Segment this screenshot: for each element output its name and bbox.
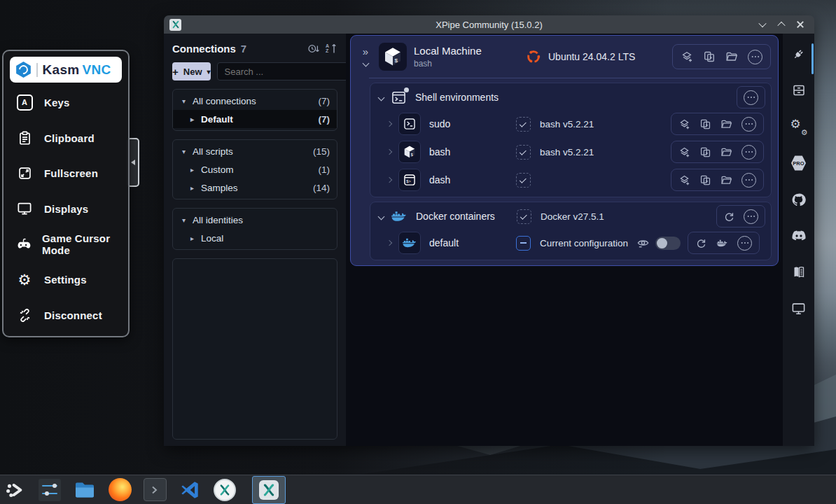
more-options-icon[interactable] <box>748 50 762 64</box>
taskbar-vscode[interactable] <box>178 478 202 502</box>
more-options-icon[interactable] <box>737 236 752 251</box>
expand-chevron-icon[interactable] <box>386 177 392 183</box>
shell-row-dash[interactable]: $> dash <box>370 166 771 194</box>
discord-icon[interactable] <box>791 228 807 244</box>
run-script-icon[interactable] <box>699 118 711 130</box>
local-machine-row[interactable]: » $ Local Machine bash <box>351 36 778 78</box>
enabled-checkbox[interactable] <box>516 145 531 160</box>
local-machine-text: Local Machine bash <box>414 45 526 69</box>
sort-alpha-icon[interactable]: AZ <box>326 43 337 54</box>
expand-chevron-icon[interactable] <box>386 240 392 246</box>
shell-environments-icon <box>391 90 407 106</box>
menu-label: Displays <box>44 203 88 215</box>
maximize-button[interactable] <box>774 18 788 31</box>
taskbar-terminal[interactable] <box>143 478 167 502</box>
taskbar-settings-sliders[interactable] <box>38 478 62 502</box>
file-browser-drawer-icon[interactable] <box>791 83 807 98</box>
docker-row-default[interactable]: default Current configuration <box>370 229 771 257</box>
taskbar-app-launcher[interactable] <box>3 478 27 502</box>
menu-item-keys[interactable]: A Keys <box>4 90 128 114</box>
menu-item-settings[interactable]: ⚙ Settings <box>4 268 128 292</box>
docker-containers-row[interactable]: Docker containers Docker v27.5.1 <box>370 204 771 229</box>
menu-item-game-cursor-mode[interactable]: Game Cursor Mode <box>4 232 128 256</box>
partial-checkbox[interactable] <box>516 236 531 251</box>
enabled-checkbox[interactable] <box>516 117 531 132</box>
more-options-icon[interactable] <box>741 145 756 160</box>
show-hidden-eye-icon[interactable] <box>636 237 650 248</box>
enabled-checkbox[interactable] <box>516 173 531 188</box>
shell-environments-row[interactable]: Shell environments <box>370 85 771 110</box>
category-default[interactable]: ▸ Default (7) <box>173 110 337 128</box>
collapse-chevron-icon[interactable] <box>378 213 385 220</box>
category-local[interactable]: ▸ Local <box>173 229 337 247</box>
run-script-icon[interactable] <box>699 146 711 158</box>
more-options-icon[interactable] <box>741 117 756 132</box>
layers-add-icon[interactable] <box>678 118 690 130</box>
menu-item-clipboard[interactable]: Clipboard <box>4 126 128 150</box>
new-connection-button[interactable]: + New ▾ <box>172 62 211 80</box>
file-browser-icon[interactable] <box>720 174 732 186</box>
refresh-icon[interactable] <box>695 237 707 249</box>
category-all-connections[interactable]: ▾ All connections (7) <box>173 92 337 110</box>
close-button[interactable] <box>793 18 807 31</box>
group-actions <box>737 86 765 108</box>
taskbar-xpipe-desktop[interactable] <box>213 478 237 502</box>
pro-badge-icon[interactable]: PRO <box>791 155 807 171</box>
search-box[interactable] <box>217 62 365 80</box>
collapse-chevron-icon[interactable] <box>362 59 369 66</box>
sudo-terminal-icon <box>398 113 421 135</box>
collapse-chevron-icon[interactable] <box>378 94 385 101</box>
expand-chevron-icon[interactable] <box>386 149 392 155</box>
shell-row-sudo[interactable]: sudo bash v5.2.21 <box>370 110 771 138</box>
run-script-icon[interactable] <box>703 50 716 63</box>
layers-add-icon[interactable] <box>678 146 690 158</box>
taskbar-xpipe-active[interactable] <box>252 476 286 504</box>
logo-text-vnc: VNC <box>82 62 111 78</box>
chevron-up-icon <box>777 22 785 29</box>
ubuntu-logo-icon <box>526 49 541 64</box>
docker-action-icon[interactable] <box>716 237 728 249</box>
search-input[interactable] <box>223 66 349 78</box>
more-options-icon[interactable] <box>744 209 758 224</box>
category-count: (7) <box>319 96 330 106</box>
file-browser-icon[interactable] <box>725 50 738 63</box>
enabled-checkbox[interactable] <box>517 209 531 224</box>
taskbar-firefox[interactable] <box>108 478 132 502</box>
running-only-toggle[interactable] <box>655 237 681 250</box>
connection-shell: bash <box>414 59 526 69</box>
refresh-icon[interactable] <box>723 211 735 223</box>
github-icon[interactable] <box>791 192 807 207</box>
shell-environments-group: Shell environments su <box>370 83 772 197</box>
layers-add-icon[interactable] <box>681 50 693 63</box>
layers-add-icon[interactable] <box>678 174 690 186</box>
documentation-book-icon[interactable] <box>791 265 807 280</box>
menu-item-displays[interactable]: Displays <box>4 197 128 220</box>
run-script-icon[interactable] <box>699 174 711 186</box>
menu-label: Disconnect <box>44 309 102 321</box>
category-all-identities[interactable]: ▾ All identities <box>173 211 337 229</box>
category-samples[interactable]: ▸ Samples (14) <box>173 178 337 197</box>
collapsed-arrow-icon: ▸ <box>190 115 201 123</box>
more-options-icon[interactable] <box>741 173 756 188</box>
minimize-button[interactable] <box>755 18 769 31</box>
connections-hub-icon[interactable] <box>791 46 807 62</box>
expand-chevron-icon[interactable] <box>386 121 392 127</box>
sort-by-date-icon[interactable] <box>307 43 320 55</box>
window-titlebar[interactable]: XPipe Community (15.0.2) <box>164 15 814 34</box>
shell-row-bash[interactable]: $ bash bash v5.2.21 <box>370 138 771 166</box>
settings-gears-icon[interactable]: ⚙⚙ <box>791 119 807 134</box>
connections-toolbar: + New ▾ <box>172 62 337 80</box>
more-options-icon[interactable] <box>744 90 758 105</box>
menu-item-disconnect[interactable]: Disconnect <box>4 304 128 328</box>
taskbar-file-manager[interactable] <box>73 478 97 502</box>
file-browser-icon[interactable] <box>720 118 732 130</box>
desktop-monitor-icon[interactable] <box>791 301 807 316</box>
category-label: Local <box>201 233 223 244</box>
category-label: All identities <box>193 215 243 225</box>
expand-all-icon[interactable]: » <box>363 48 368 55</box>
category-all-scripts[interactable]: ▾ All scripts (15) <box>173 142 337 160</box>
menu-item-fullscreen[interactable]: Fullscreen <box>4 162 128 186</box>
category-custom[interactable]: ▸ Custom (1) <box>173 160 337 178</box>
file-browser-icon[interactable] <box>720 146 732 158</box>
local-machine-group[interactable]: » $ Local Machine bash <box>350 35 779 266</box>
